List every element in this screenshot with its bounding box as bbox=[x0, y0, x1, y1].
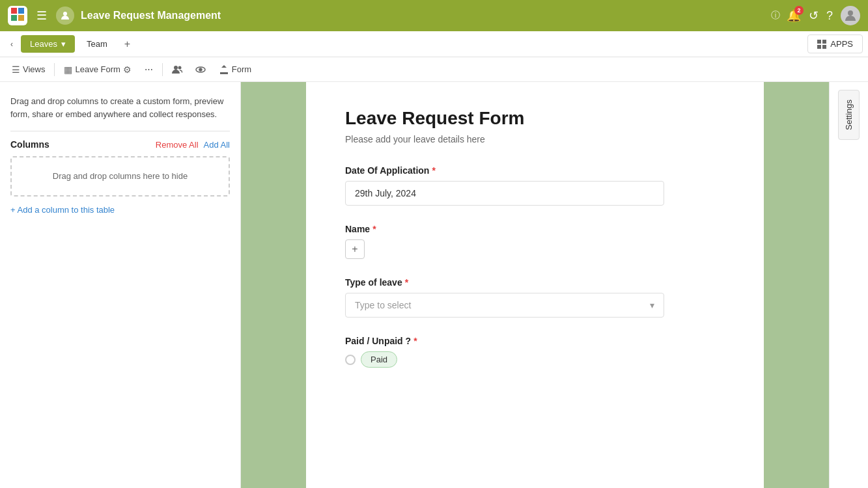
required-star-paid: * bbox=[413, 336, 417, 346]
toolbar-divider-2 bbox=[162, 63, 163, 76]
select-chevron: ▾ bbox=[650, 300, 654, 310]
form-area: Leave Request Form Please add your leave… bbox=[306, 82, 764, 488]
field-label-date: Date Of Application * bbox=[345, 165, 725, 176]
svg-rect-6 bbox=[817, 40, 821, 44]
form-config-icon[interactable]: ⚙ bbox=[123, 64, 132, 75]
paid-chip[interactable]: Paid bbox=[361, 351, 397, 368]
preview-button[interactable] bbox=[191, 62, 210, 77]
svg-rect-9 bbox=[822, 45, 826, 49]
tab-chevron[interactable]: ‹ bbox=[5, 36, 18, 53]
tab-add-button[interactable]: + bbox=[119, 34, 135, 54]
add-row-button[interactable]: + bbox=[345, 239, 365, 259]
apps-label: APPS bbox=[830, 39, 853, 49]
more-icon: ⋯ bbox=[145, 64, 153, 74]
field-label-name: Name * bbox=[345, 224, 725, 234]
green-panel-left bbox=[241, 82, 306, 488]
svg-rect-2 bbox=[11, 15, 17, 21]
share-icon bbox=[219, 64, 229, 75]
tab-team[interactable]: Team bbox=[77, 35, 117, 53]
field-paid-unpaid: Paid / Unpaid ? * Paid bbox=[345, 336, 725, 368]
add-column-link[interactable]: + Add a column to this table bbox=[10, 205, 115, 215]
svg-point-5 bbox=[848, 10, 853, 16]
remove-all-link[interactable]: Remove All bbox=[156, 140, 199, 150]
type-of-leave-select[interactable]: Type to select ▾ bbox=[345, 293, 664, 318]
add-all-link[interactable]: Add All bbox=[204, 140, 230, 150]
tab-leaves[interactable]: Leaves ▾ bbox=[21, 35, 75, 53]
user-avatar[interactable] bbox=[841, 6, 860, 25]
toolbar-divider-1 bbox=[54, 63, 55, 76]
field-type-of-leave: Type of leave * Type to select ▾ bbox=[345, 277, 725, 318]
people-icon bbox=[172, 64, 182, 75]
logo-box bbox=[8, 6, 27, 25]
field-date-of-application: Date Of Application * bbox=[345, 165, 725, 206]
svg-point-10 bbox=[174, 66, 178, 70]
sidebar: Drag and drop columns to create a custom… bbox=[0, 82, 241, 488]
tab-bar: ‹ Leaves ▾ Team + APPS bbox=[0, 31, 868, 57]
drop-zone[interactable]: Drag and drop columns here to hide bbox=[10, 156, 230, 197]
svg-rect-7 bbox=[822, 40, 826, 44]
columns-label: Columns bbox=[10, 139, 150, 150]
apps-button[interactable]: APPS bbox=[807, 34, 863, 53]
undo-button[interactable]: ↺ bbox=[809, 8, 819, 23]
workspace-icon bbox=[56, 7, 74, 25]
field-label-type: Type of leave * bbox=[345, 277, 725, 288]
tab-leaves-dropdown[interactable]: ▾ bbox=[61, 39, 66, 49]
svg-rect-1 bbox=[18, 8, 24, 14]
notification-button[interactable]: 🔔 2 bbox=[787, 8, 801, 23]
field-name: Name * + bbox=[345, 224, 725, 259]
required-star-name: * bbox=[372, 224, 376, 234]
form-name-item[interactable]: ▦ Leave Form ⚙ bbox=[60, 62, 135, 77]
more-options-button[interactable]: ⋯ bbox=[141, 62, 157, 77]
svg-rect-8 bbox=[817, 45, 821, 49]
svg-rect-3 bbox=[18, 15, 24, 21]
svg-point-4 bbox=[63, 12, 67, 16]
top-header: ☰ Leave Request Management ⓘ 🔔 2 ↺ ? bbox=[0, 0, 868, 31]
form-grid-icon: ▦ bbox=[64, 64, 72, 75]
select-placeholder: Type to select bbox=[355, 300, 411, 310]
svg-point-11 bbox=[178, 66, 181, 69]
tab-bar-right: APPS bbox=[807, 34, 863, 53]
tab-leaves-label: Leaves bbox=[30, 39, 57, 49]
green-panel-right bbox=[764, 82, 829, 488]
hamburger-icon[interactable]: ☰ bbox=[34, 6, 49, 25]
svg-rect-0 bbox=[11, 8, 17, 14]
required-star-date: * bbox=[432, 165, 435, 176]
sidebar-divider bbox=[10, 131, 230, 131]
form-title: Leave Request Form bbox=[345, 108, 725, 129]
date-of-application-input[interactable] bbox=[345, 181, 664, 206]
people-button[interactable] bbox=[168, 62, 186, 77]
toolbar: ☰ Views ▦ Leave Form ⚙ ⋯ bbox=[0, 57, 868, 82]
share-button[interactable]: Form bbox=[215, 62, 255, 77]
settings-tab[interactable]: Settings bbox=[838, 90, 860, 140]
app-container: ☰ Leave Request Management ⓘ 🔔 2 ↺ ? bbox=[0, 0, 868, 488]
settings-panel: Settings bbox=[829, 82, 868, 488]
field-label-paid: Paid / Unpaid ? * bbox=[345, 336, 725, 346]
columns-header: Columns Remove All Add All bbox=[10, 139, 230, 150]
form-tab-label: Form bbox=[232, 64, 251, 74]
form-subtitle: Please add your leave details here bbox=[345, 134, 725, 144]
header-title: Leave Request Management bbox=[81, 10, 762, 21]
form-name-label: Leave Form bbox=[75, 64, 120, 74]
eye-icon bbox=[195, 64, 206, 75]
svg-point-13 bbox=[199, 68, 202, 71]
required-star-type: * bbox=[405, 277, 408, 288]
paid-radio[interactable] bbox=[345, 355, 356, 365]
notification-badge: 2 bbox=[794, 6, 804, 15]
views-button[interactable]: ☰ Views bbox=[8, 62, 49, 77]
radio-group: Paid bbox=[345, 351, 725, 368]
views-icon: ☰ bbox=[12, 64, 20, 75]
main-content: Drag and drop columns to create a custom… bbox=[0, 82, 868, 488]
info-icon[interactable]: ⓘ bbox=[771, 10, 780, 21]
help-button[interactable]: ? bbox=[826, 9, 833, 23]
logo-icon bbox=[11, 8, 24, 23]
views-label: Views bbox=[23, 64, 45, 74]
header-right: 🔔 2 ↺ ? bbox=[787, 6, 860, 25]
sidebar-description: Drag and drop columns to create a custom… bbox=[10, 95, 230, 120]
